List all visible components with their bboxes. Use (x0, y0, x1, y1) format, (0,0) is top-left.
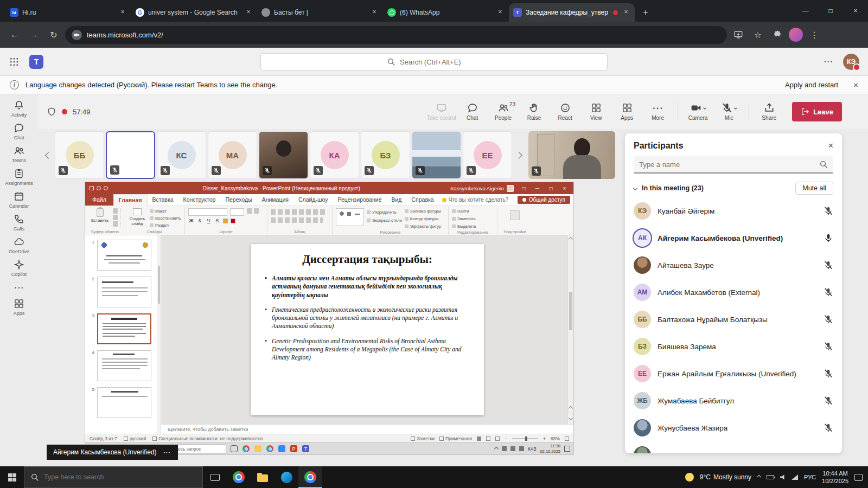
forward-button[interactable]: → (26, 27, 42, 43)
browser-tab-google[interactable]: univer system - Google Search × (131, 3, 257, 22)
start-button[interactable] (0, 466, 24, 488)
view-button[interactable]: View (580, 100, 611, 123)
sidebar-item-copilot[interactable]: Copilot (0, 259, 38, 277)
file-explorer-icon[interactable] (251, 466, 275, 488)
chrome-taskbar-icon-active[interactable] (298, 466, 322, 488)
teams-search[interactable] (260, 53, 608, 70)
site-camera-indicator-icon[interactable] (72, 30, 82, 40)
mic-muted-icon[interactable] (824, 314, 833, 324)
window-maximize-button[interactable]: □ (818, 0, 843, 22)
app-launcher-icon[interactable] (9, 56, 20, 67)
video-tile[interactable]: ЕЕ (463, 131, 512, 179)
taskbar-clock[interactable]: 10:44 AM10/2/2025 (822, 470, 848, 485)
mic-muted-icon[interactable] (824, 369, 833, 378)
teams-search-input[interactable] (400, 58, 481, 66)
strip-previous-icon[interactable] (43, 153, 53, 158)
strip-next-icon[interactable] (514, 153, 524, 158)
volume-icon[interactable] (780, 474, 786, 480)
participants-close-icon[interactable]: × (828, 141, 833, 151)
video-tile[interactable]: БЗ (361, 131, 410, 179)
network-icon[interactable] (792, 474, 798, 480)
video-tile-photo[interactable] (412, 131, 461, 179)
more-button[interactable]: ⋯More (642, 100, 673, 123)
taskbar-search-input[interactable] (44, 473, 196, 481)
participants-search[interactable] (634, 156, 833, 174)
video-tile-photo[interactable] (259, 131, 308, 179)
participant-row[interactable]: Айташева Зауре (625, 252, 842, 279)
sidebar-item-assignments[interactable]: Assignments (0, 168, 38, 186)
mic-on-icon[interactable] (824, 233, 833, 243)
address-bar[interactable]: teams.microsoft.com/v2/ (65, 26, 727, 44)
participants-search-input[interactable] (639, 160, 815, 169)
participant-row[interactable]: ЕЕЕржан Арайлым Ерғаликызы (Unverified) (625, 360, 842, 387)
banner-close-icon[interactable]: × (853, 80, 858, 89)
mic-muted-icon[interactable] (824, 206, 833, 216)
mic-muted-icon[interactable] (824, 396, 833, 406)
browser-profile-avatar[interactable] (789, 28, 803, 42)
browser-tab-whatsapp[interactable]: (6) WhatsApp × (383, 3, 509, 22)
tab-close-icon[interactable]: × (496, 8, 505, 17)
participant-row-presenter[interactable]: АКАйгерим Касымбекова (Unverified) (625, 224, 842, 252)
window-close-button[interactable]: × (843, 0, 868, 22)
presenter-name-overlay[interactable]: Айгерим Касымбекова (Unverified) ⋯ (47, 445, 178, 460)
section-collapse-icon[interactable] (633, 186, 637, 190)
video-tile[interactable]: МА (208, 131, 257, 179)
tab-close-icon[interactable]: × (244, 8, 253, 17)
raise-hand-button[interactable]: Raise (519, 100, 550, 123)
apps-button[interactable]: Apps (611, 100, 642, 123)
edge-taskbar-icon[interactable] (275, 466, 298, 488)
shared-screen-content[interactable]: Disser_Kassymbekova - PowerPoint (Нелице… (85, 182, 573, 454)
mute-all-button[interactable]: Mute all (795, 182, 833, 195)
browser-tab-teams-active[interactable]: Заседание кафедры_утвер × (509, 3, 635, 22)
react-button[interactable]: React (550, 100, 580, 123)
tab-close-icon[interactable]: × (118, 8, 127, 17)
install-app-icon[interactable] (730, 27, 746, 43)
video-tile[interactable]: ББ (55, 131, 104, 179)
sidebar-item-calendar[interactable]: Calendar (0, 191, 38, 209)
camera-video-tile[interactable] (528, 131, 615, 179)
browser-tab-univer[interactable]: Басты бет | × (257, 3, 383, 22)
participant-row[interactable]: БББалтахожа Нұрайым Болатқызы (625, 306, 842, 333)
sidebar-item-chat[interactable]: Chat (0, 123, 38, 140)
action-center-icon[interactable] (854, 474, 863, 481)
mic-dropdown-icon[interactable] (734, 106, 737, 110)
mic-muted-icon[interactable] (824, 260, 833, 270)
mic-muted-icon[interactable] (824, 342, 833, 351)
sidebar-item-calls[interactable]: Calls (0, 214, 38, 232)
weather-sun-icon[interactable] (685, 473, 694, 481)
leave-button[interactable]: Leave (792, 102, 842, 121)
teams-more-options-icon[interactable]: ⋯ (824, 56, 833, 67)
chat-button[interactable]: Chat (457, 100, 488, 123)
presenter-more-icon[interactable]: ⋯ (163, 448, 171, 457)
take-control-button[interactable]: Take control (426, 100, 457, 123)
language-indicator[interactable]: РУС (804, 474, 816, 480)
profile-avatar[interactable]: КЭ (843, 54, 859, 70)
participant-row[interactable]: ЖБЖумабаева Бейбитгул (625, 387, 842, 414)
window-minimize-button[interactable]: — (793, 0, 818, 22)
tray-expand-icon[interactable] (757, 475, 761, 479)
back-button[interactable]: ← (7, 27, 23, 43)
participant-row[interactable]: Жунусбаева Жазира (625, 414, 842, 441)
chrome-taskbar-icon[interactable] (227, 466, 251, 488)
battery-icon[interactable] (767, 475, 774, 479)
video-tile[interactable]: КА (310, 131, 359, 179)
tab-close-icon[interactable]: × (370, 8, 379, 17)
video-tile-selected[interactable] (106, 131, 155, 179)
camera-button[interactable]: Camera (682, 100, 713, 123)
sidebar-item-apps[interactable]: Apps (0, 298, 38, 316)
weather-widget[interactable]: 9°CMostly sunny (700, 473, 751, 481)
share-button[interactable]: Share (754, 100, 784, 123)
people-button[interactable]: 23People (488, 100, 519, 123)
camera-dropdown-icon[interactable] (703, 106, 706, 110)
extensions-icon[interactable] (769, 27, 786, 43)
taskbar-search[interactable] (24, 466, 203, 488)
mic-button[interactable]: Mic (713, 100, 744, 123)
browser-tab-hiru[interactable]: Hi.ru × (5, 3, 131, 22)
sidebar-item-teams[interactable]: Teams (0, 145, 38, 163)
sidebar-more-icon[interactable]: ⋯ (0, 282, 38, 293)
mic-muted-icon[interactable] (824, 423, 833, 433)
participant-row-partial[interactable] (625, 441, 842, 453)
shield-icon[interactable] (47, 107, 56, 117)
sidebar-item-activity[interactable]: Activity (0, 100, 38, 118)
bookmark-star-icon[interactable]: ☆ (750, 27, 766, 43)
